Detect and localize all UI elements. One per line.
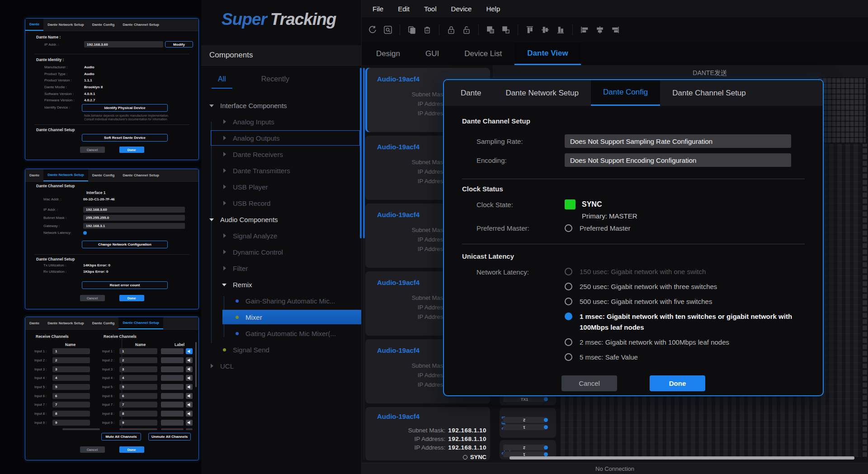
matrix-horizontal-scrollbar[interactable] — [509, 456, 854, 460]
channel-label-input[interactable] — [161, 348, 184, 354]
channel-connector-dot[interactable] — [544, 446, 548, 450]
align-bottom-icon[interactable] — [553, 22, 568, 38]
tree-item[interactable]: Remix — [201, 276, 361, 293]
channel-connector-dot[interactable] — [544, 418, 548, 422]
menu-item[interactable]: Help — [479, 0, 507, 17]
tree-item[interactable]: Filter — [201, 260, 361, 276]
zoom-search-icon[interactable] — [380, 22, 396, 38]
channel-name-input[interactable]: 2 — [119, 357, 157, 363]
dialog-tab[interactable]: Dante — [448, 80, 493, 106]
tree-item[interactable]: Signal Send — [201, 341, 361, 358]
mini-tab[interactable]: Dante — [25, 169, 43, 181]
cancel-button[interactable]: Cancel — [561, 375, 617, 391]
latency-option[interactable]: 250 usec: Gigabit network with three swi… — [565, 283, 819, 292]
refresh-icon[interactable] — [365, 22, 380, 38]
mini-tab[interactable]: Dante — [25, 19, 43, 31]
unmute-all-button[interactable]: Unmute All Channels — [148, 433, 191, 441]
mini-tab[interactable]: Dante Network Setup — [43, 317, 88, 329]
tree-item[interactable]: Gating Automatic Mic Mixer(... — [201, 325, 361, 341]
menu-item[interactable]: Device — [444, 0, 479, 17]
lock-icon[interactable] — [443, 22, 459, 38]
tree-item[interactable]: USB Record — [201, 195, 361, 211]
cancel-button[interactable]: Cancel — [80, 147, 105, 153]
tab-all[interactable]: All — [212, 72, 232, 89]
tree-item[interactable]: Dante Transmitters — [201, 162, 361, 179]
channel-name-input[interactable]: 5 — [52, 384, 90, 390]
mute-toggle-button[interactable] — [186, 411, 193, 417]
channel-name-input[interactable]: 3 — [52, 366, 90, 372]
mini-tab[interactable]: Dante Channel Setup — [118, 19, 163, 31]
latency-option[interactable]: 5 msec: Safe Value — [565, 353, 819, 363]
ip-input[interactable]: 192.168.3.60 — [84, 41, 163, 47]
encoding-field[interactable]: Does Not Support Encoding Configuration — [565, 153, 791, 167]
network-input[interactable]: 192.168.3.1 — [83, 223, 185, 229]
copy-icon[interactable] — [404, 22, 420, 38]
mini-tab[interactable]: Dante — [25, 317, 43, 329]
latency-radio[interactable] — [565, 268, 572, 275]
channel-label-input[interactable] — [161, 402, 184, 408]
mute-toggle-button[interactable] — [186, 366, 193, 372]
dialog-tab[interactable]: Dante Channel Setup — [660, 80, 758, 106]
latency-option[interactable]: 1 msec: Gigabit network with ten switche… — [565, 313, 819, 333]
view-tab[interactable]: Design — [363, 43, 413, 65]
mini-tab[interactable]: Dante Network Setup — [43, 169, 88, 181]
channel-name-input[interactable]: 5 — [119, 384, 157, 390]
mute-toggle-button[interactable] — [186, 420, 193, 426]
latency-option[interactable]: 150 usec: Gigabit network with one switc… — [565, 268, 819, 277]
cancel-button[interactable]: Cancel — [80, 446, 105, 453]
tree-item[interactable]: Signal Analyze — [201, 228, 361, 244]
channel-name-input[interactable]: 8 — [119, 411, 157, 417]
channel-name-input[interactable]: 7 — [52, 402, 90, 408]
tx-channel-pill[interactable]: 2 — [503, 445, 546, 450]
mute-toggle-button[interactable] — [186, 357, 193, 363]
cancel-button[interactable]: Cancel — [80, 295, 105, 301]
panel-scrollbar[interactable] — [195, 342, 197, 387]
done-button[interactable]: Done — [119, 446, 144, 453]
channel-label-input[interactable] — [161, 384, 184, 390]
mute-all-button[interactable]: Mute All Channels — [101, 433, 141, 441]
latency-radio[interactable] — [565, 283, 572, 290]
view-tab[interactable]: Device List — [452, 43, 514, 65]
tree-item[interactable]: Dynamic Control — [201, 244, 361, 260]
mini-tab[interactable]: Dante Config — [88, 19, 119, 31]
align-left-icon[interactable] — [577, 22, 592, 38]
dialog-tab[interactable]: Dante Config — [591, 80, 660, 106]
channel-name-input[interactable]: 4 — [119, 375, 157, 381]
tree-item[interactable]: USB Player — [201, 179, 361, 195]
change-network-config-button[interactable]: Change Network Configuration — [82, 241, 168, 248]
channel-name-input[interactable]: 3 — [119, 366, 157, 372]
done-button[interactable]: Done — [650, 375, 705, 391]
preferred-master-radio[interactable] — [565, 224, 572, 232]
mini-tab[interactable]: Dante Config — [88, 169, 119, 181]
latency-dot[interactable] — [83, 231, 87, 235]
mini-tab[interactable]: Dante Channel Setup — [118, 169, 163, 181]
cards-scrollbar-thumb[interactable] — [363, 68, 365, 238]
tree-item[interactable]: UCL — [201, 358, 361, 374]
mute-toggle-button[interactable] — [186, 402, 193, 408]
done-button[interactable]: Done — [119, 295, 144, 301]
sampling-rate-field[interactable]: Does Not Support Sampling Rate Configura… — [565, 134, 791, 148]
channel-name-input[interactable]: 6 — [52, 393, 90, 399]
channel-name-input[interactable]: 6 — [119, 393, 157, 399]
modify-button[interactable]: Modify — [165, 41, 193, 47]
dialog-tab[interactable]: Dante Network Setup — [493, 80, 591, 106]
network-input[interactable]: 192.168.3.60 — [83, 207, 185, 213]
mini-tab[interactable]: Dante Network Setup — [43, 19, 88, 31]
channel-name-input[interactable]: 9 — [52, 420, 90, 426]
latency-radio[interactable] — [565, 353, 572, 361]
menu-item[interactable]: Tool — [417, 0, 444, 17]
channel-label-input[interactable] — [161, 375, 184, 381]
tx-channel-pill[interactable]: 2 — [503, 417, 546, 423]
tab-recently[interactable]: Recently — [255, 72, 296, 89]
ungroup-icon[interactable] — [498, 22, 514, 38]
channel-name-input[interactable]: 1 — [119, 348, 157, 354]
latency-option[interactable]: 500 usec: Gigabit network with five swit… — [565, 298, 819, 307]
view-tab[interactable]: Dante View — [514, 43, 580, 65]
latency-radio[interactable] — [565, 313, 572, 320]
channel-name-input[interactable]: 9 — [119, 420, 157, 426]
tree-item[interactable]: Audio Components — [201, 211, 361, 228]
channel-name-input[interactable]: 7 — [119, 402, 157, 408]
channel-name-input[interactable]: 4 — [52, 375, 90, 381]
mute-toggle-button[interactable] — [186, 393, 193, 399]
network-input[interactable]: 255.255.255.0 — [83, 215, 185, 221]
